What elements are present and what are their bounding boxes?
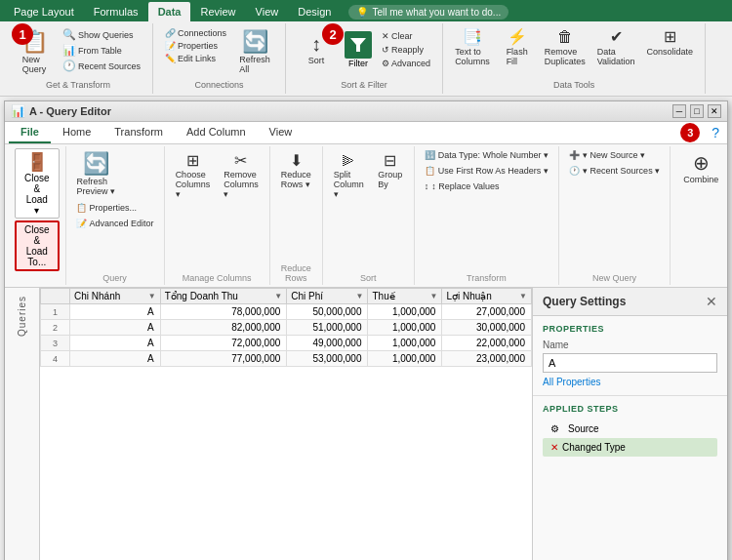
table-row: 3A72,000,00049,000,0001,000,00022,000,00…: [41, 336, 532, 351]
qe-tab-transform[interactable]: Transform: [102, 122, 175, 143]
recent-sources-button[interactable]: 🕐 Recent Sources: [59, 59, 144, 73]
first-row-label: Use First Row As Headers ▾: [438, 166, 549, 176]
table-cell: 77,000,000: [160, 351, 287, 367]
text-to-columns-button[interactable]: 📑 Text toColumns: [451, 27, 494, 68]
close-load-icon: 🚪: [26, 151, 48, 173]
remove-cols-label: RemoveColumns ▾: [224, 170, 259, 199]
close-load-group-label: [15, 271, 60, 283]
col-loi-nhuan-header[interactable]: Lợi Nhuận▼: [442, 289, 532, 304]
step-item[interactable]: ✕Changed Type: [543, 438, 717, 457]
manage-cols-label: Manage Columns: [171, 271, 264, 283]
tab-design[interactable]: Design: [288, 2, 341, 21]
table-cell: 1,000,000: [368, 304, 442, 320]
qe-refresh-button[interactable]: 🔄 RefreshPreview ▾: [72, 148, 121, 199]
reduce-rows-label: ReduceRows ▾: [281, 170, 311, 189]
split-column-button[interactable]: ⫸ SplitColumn ▾: [329, 148, 369, 202]
first-row-button[interactable]: 📋 Use First Row As Headers ▾: [421, 164, 552, 178]
filter-loi-nhuan[interactable]: ▼: [519, 292, 527, 300]
edit-links-button[interactable]: ✏️ Edit Links: [161, 53, 230, 64]
connections-group: 🔗 Connections 📝 Properties ✏️ Edit Links…: [153, 23, 286, 94]
replace-values-button[interactable]: ↕ ↕ Replace Values: [421, 180, 504, 193]
settings-close-button[interactable]: ✕: [706, 294, 717, 309]
data-type-button[interactable]: 🔢 Data Type: Whole Number ▾: [421, 148, 552, 162]
remove-duplicates-button[interactable]: 🗑 RemoveDuplicates: [541, 27, 590, 68]
close-load-to-button[interactable]: Close & Load To...: [15, 220, 60, 271]
properties-button[interactable]: 📝 Properties: [161, 40, 230, 52]
consolidate-button[interactable]: ⊞ Consolidate: [643, 27, 698, 59]
reduce-rows-label: Reduce Rows: [276, 261, 316, 283]
close-load-button[interactable]: 🚪 Close &Load ▾: [15, 148, 60, 219]
remove-columns-button[interactable]: ✂ RemoveColumns ▾: [219, 148, 264, 202]
qe-tab-bar: File Home Transform Add Column View 3 ?: [5, 122, 727, 144]
choose-columns-button[interactable]: ⊞ ChooseColumns ▾: [171, 148, 216, 202]
reduce-rows-button[interactable]: ⬇ ReduceRows ▾: [276, 148, 316, 192]
step-delete-icon[interactable]: ✕: [550, 442, 558, 453]
qe-tab-view[interactable]: View: [258, 122, 305, 143]
refresh-all-button[interactable]: 🔄 RefreshAll: [232, 27, 277, 78]
qe-tab-home[interactable]: Home: [51, 122, 102, 143]
tab-data[interactable]: Data: [148, 2, 191, 21]
maximize-button[interactable]: □: [690, 104, 704, 118]
new-query-group-label: New Query: [565, 271, 664, 283]
table-cell: 1,000,000: [368, 336, 442, 351]
queries-panel: Queries 4: [5, 288, 40, 560]
data-grid[interactable]: Chi Nhánh▼ Tổng Doanh Thu▼ Chi Phí▼ Thuế…: [40, 288, 532, 560]
close-load-label: Close &Load ▾: [23, 173, 51, 216]
combine-button[interactable]: ⊕ Combine: [676, 148, 725, 187]
row-number: 1: [41, 304, 70, 320]
table-row: 1A78,000,00050,000,0001,000,00027,000,00…: [41, 304, 532, 320]
col-tong-doanh-thu-header[interactable]: Tổng Doanh Thu▼: [160, 289, 287, 304]
step-item[interactable]: ⚙Source: [543, 420, 717, 438]
reduce-rows-icon: ⬇: [290, 151, 303, 170]
data-type-label: Data Type: Whole Number ▾: [438, 150, 549, 160]
tab-review[interactable]: Review: [190, 2, 245, 21]
properties-section: PROPERTIES Name All Properties: [533, 316, 727, 396]
filter-tong[interactable]: ▼: [274, 292, 282, 300]
step-gear-icon: ⚙: [550, 423, 564, 434]
filter-chi-nhanh[interactable]: ▼: [148, 292, 156, 300]
qe-adv-editor-label: Advanced Editor: [90, 219, 154, 228]
new-source-button[interactable]: ➕ ▾ New Source ▾: [565, 148, 649, 162]
sort-label: Sort: [308, 56, 325, 65]
show-queries-button[interactable]: 🔍 Show Queries: [59, 27, 144, 42]
group-by-icon: ⊟: [384, 151, 396, 170]
filter-icon: [345, 31, 372, 59]
qe-tab-add-column[interactable]: Add Column: [175, 122, 258, 143]
filter-thue[interactable]: ▼: [429, 292, 437, 300]
name-input[interactable]: [543, 353, 717, 373]
col-chi-phi-header[interactable]: Chi Phí▼: [287, 289, 368, 304]
connections-button[interactable]: 🔗 Connections: [161, 27, 230, 39]
col-thue-header[interactable]: Thuế▼: [368, 289, 442, 304]
table-row: 4A77,000,00053,000,0001,000,00023,000,00…: [41, 351, 532, 367]
advanced-button[interactable]: ⚙ Advanced: [378, 58, 434, 69]
reapply-button[interactable]: ↺ Reapply: [378, 44, 434, 56]
all-properties-link[interactable]: All Properties: [543, 377, 717, 387]
sort-filter-label: Sort & Filter: [341, 78, 387, 90]
tab-view[interactable]: View: [246, 2, 289, 21]
connections-label: Connections: [178, 28, 226, 38]
consolidate-label: Consolidate: [647, 47, 694, 57]
clear-button[interactable]: ✕ Clear: [378, 30, 434, 42]
group-by-button[interactable]: ⊟ GroupBy: [373, 148, 408, 192]
filter-button[interactable]: Filter: [341, 27, 376, 72]
col-chi-nhanh-header[interactable]: Chi Nhánh▼: [70, 289, 161, 304]
filter-chi-phi[interactable]: ▼: [356, 292, 364, 300]
table-cell: 50,000,000: [287, 304, 368, 320]
qe-advanced-editor-button[interactable]: 📝 Advanced Editor: [72, 217, 158, 230]
data-validation-button[interactable]: ✔ DataValidation: [593, 27, 639, 68]
reapply-icon: ↺: [382, 45, 389, 55]
minimize-button[interactable]: ─: [672, 104, 686, 118]
flash-fill-button[interactable]: ⚡ FlashFill: [498, 27, 537, 68]
recent-src-icon: 🕐: [569, 166, 580, 176]
table-cell: 51,000,000: [287, 320, 368, 336]
data-tools-label: Data Tools: [553, 78, 594, 90]
close-button[interactable]: ✕: [708, 104, 721, 118]
refresh-icon: 🔄: [242, 31, 268, 53]
tab-page-layout[interactable]: Page Layout: [4, 2, 84, 21]
qe-properties-button[interactable]: 📋 Properties...: [72, 201, 142, 215]
recent-sources-qe-button[interactable]: 🕐 ▾ Recent Sources ▾: [565, 164, 664, 178]
qe-tab-file[interactable]: File: [9, 122, 51, 143]
filter-label: Filter: [348, 59, 368, 68]
tab-formulas[interactable]: Formulas: [84, 2, 148, 21]
from-table-button[interactable]: 📊 From Table: [59, 43, 144, 58]
